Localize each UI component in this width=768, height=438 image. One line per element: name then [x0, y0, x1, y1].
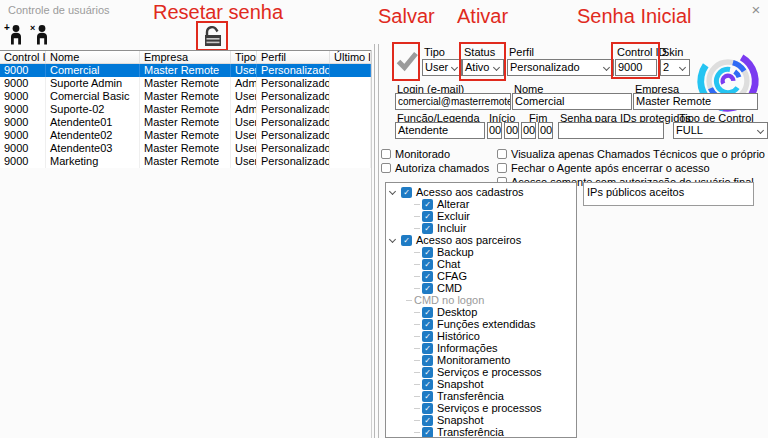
divider: [371, 50, 372, 438]
tree-item[interactable]: ✓Desktop: [386, 305, 576, 317]
monitorado-checkbox[interactable]: [381, 149, 391, 159]
tree-connector: [414, 372, 420, 373]
empresa-input[interactable]: Master Remote: [633, 93, 758, 110]
tree-item[interactable]: ✓Funções extendidas: [386, 317, 576, 329]
table-row[interactable]: 9000 Atendente01 Master Remote User Pers…: [0, 116, 371, 129]
senha-ids-input[interactable]: [558, 122, 664, 139]
close-icon[interactable]: ×: [748, 2, 764, 18]
column-header-perfil[interactable]: Perfil: [257, 51, 330, 63]
monitorado-checkbox-label: Monitorado: [395, 148, 450, 160]
checkbox-checked-icon[interactable]: ✓: [422, 271, 433, 282]
tree-item[interactable]: ✓Alterar: [386, 197, 576, 209]
ips-aceitos-label: IPs públicos aceitos: [587, 186, 684, 198]
annotation-senha-inicial: Senha Inicial: [577, 5, 692, 28]
tree-item[interactable]: ✓Histórico: [386, 329, 576, 341]
checkbox-checked-icon[interactable]: ✓: [422, 391, 433, 402]
svg-text:×: ×: [30, 23, 35, 33]
visualiza-chamados-checkbox-label: Visualiza apenas Chamados Técnicos que o…: [511, 148, 768, 160]
tipo-control-select[interactable]: FULL: [673, 122, 768, 139]
tree-item[interactable]: ✓Transferência: [386, 389, 576, 401]
checkbox-checked-icon[interactable]: ✓: [422, 211, 433, 222]
nome-input[interactable]: Comercial: [512, 93, 632, 110]
annotation-resetar-senha: Resetar senha: [153, 1, 283, 24]
add-user-icon[interactable]: +: [4, 23, 24, 47]
permissions-tree[interactable]: ✓Acesso aos cadastros✓Alterar✓Excluir✓In…: [385, 182, 577, 438]
perfil-select[interactable]: Personalizado: [507, 59, 614, 76]
tree-item[interactable]: ✓Incluir: [386, 221, 576, 233]
table-row[interactable]: 9000 Atendente02 Master Remote User Pers…: [0, 129, 371, 142]
tree-item[interactable]: ✓Serviços e processos: [386, 401, 576, 413]
checkbox-checked-icon[interactable]: ✓: [422, 427, 433, 438]
tree-item[interactable]: ✓Informações: [386, 341, 576, 353]
checkbox-checked-icon[interactable]: ✓: [422, 283, 433, 294]
tree-item[interactable]: ✓Excluir: [386, 209, 576, 221]
expand-arrow-icon[interactable]: [389, 188, 396, 195]
tree-item[interactable]: ✓Snapshot: [386, 413, 576, 425]
autoriza-chamados-checkbox[interactable]: [381, 163, 391, 173]
tree-item[interactable]: ✓Snapshot: [386, 377, 576, 389]
checkbox-checked-icon[interactable]: ✓: [422, 199, 433, 210]
divider[interactable]: [374, 44, 375, 438]
tree-item[interactable]: ✓Monitoramento: [386, 353, 576, 365]
checkbox-checked-icon[interactable]: ✓: [422, 331, 433, 342]
tree-connector: [414, 324, 420, 325]
table-row[interactable]: 9000 Suporte Admin Master Remote Admin P…: [0, 77, 371, 90]
tree-connector: [414, 288, 420, 289]
checkbox-checked-icon[interactable]: ✓: [422, 379, 433, 390]
chevron-down-icon: [679, 64, 686, 71]
fechar-agente-checkbox[interactable]: [497, 163, 507, 173]
checkbox-checked-icon[interactable]: ✓: [422, 415, 433, 426]
ips-aceitos-box[interactable]: IPs públicos aceitos: [583, 182, 754, 206]
tree-item[interactable]: ✓Serviços e processos: [386, 365, 576, 377]
column-header-ultimo-login[interactable]: Último login: [330, 51, 371, 63]
table-row[interactable]: 9000 Suporte-02 Master Remote Admin Pers…: [0, 103, 371, 116]
visualiza-chamados-checkbox[interactable]: [497, 149, 507, 159]
tree-item[interactable]: ✓Acesso aos parceiros: [386, 233, 576, 245]
skin-select[interactable]: 2: [660, 59, 690, 76]
table-row[interactable]: 9000 Marketing Master Remote User Person…: [0, 155, 371, 168]
fim-hour-input[interactable]: 00: [521, 122, 536, 139]
column-header-tipo[interactable]: Tipo: [231, 51, 257, 63]
tree-item[interactable]: ✓CFAG: [386, 269, 576, 281]
login-input[interactable]: comercial@masterremote.com: [395, 93, 511, 110]
fim-minute-input[interactable]: 00: [538, 122, 553, 139]
tree-connector: [414, 336, 420, 337]
checkbox-checked-icon[interactable]: ✓: [401, 187, 412, 198]
tree-connector: [414, 204, 420, 205]
table-row[interactable]: 9000 Comercial Basic Master Remote User …: [0, 90, 371, 103]
checkbox-checked-icon[interactable]: ✓: [422, 259, 433, 270]
perfil-label: Perfil: [509, 46, 534, 58]
inicio-hour-input[interactable]: 00: [487, 122, 502, 139]
checkbox-checked-icon[interactable]: ✓: [422, 403, 433, 414]
expand-arrow-icon[interactable]: [389, 236, 396, 243]
funcao-input[interactable]: Atendente: [395, 122, 485, 139]
column-header-control-id[interactable]: Control ID: [0, 51, 46, 63]
checkbox-checked-icon[interactable]: ✓: [422, 343, 433, 354]
tree-item[interactable]: ✓Chat: [386, 257, 576, 269]
tipo-select[interactable]: User: [422, 59, 462, 76]
table-header: Control ID Nome Empresa Tipo Perfil Últi…: [0, 50, 371, 64]
tree-item[interactable]: ✓Acesso aos cadastros: [386, 185, 576, 197]
tree-item[interactable]: ✓CMD: [386, 281, 576, 293]
tree-connector: [414, 420, 420, 421]
checkbox-checked-icon[interactable]: ✓: [422, 223, 433, 234]
table-row[interactable]: 9000 Comercial Master Remote User Person…: [0, 64, 371, 77]
table-row[interactable]: 9000 Atendente03 Master Remote User Pers…: [0, 142, 371, 155]
tree-item[interactable]: ✓Backup: [386, 245, 576, 257]
skin-label: Skin: [662, 46, 683, 58]
fechar-agente-checkbox-label: Fechar o Agente após encerrar o acesso: [511, 162, 710, 174]
column-header-nome[interactable]: Nome: [46, 51, 140, 63]
tree-connector: [414, 264, 420, 265]
checkbox-checked-icon[interactable]: ✓: [422, 319, 433, 330]
checkbox-checked-icon[interactable]: ✓: [422, 367, 433, 378]
tree-connector: [414, 312, 420, 313]
tree-item[interactable]: CMD no logon: [386, 293, 576, 305]
tree-item[interactable]: ✓Transferência: [386, 425, 576, 437]
column-header-empresa[interactable]: Empresa: [140, 51, 231, 63]
checkbox-checked-icon[interactable]: ✓: [401, 235, 412, 246]
remove-user-icon[interactable]: ×: [30, 23, 50, 47]
checkbox-checked-icon[interactable]: ✓: [422, 355, 433, 366]
checkbox-checked-icon[interactable]: ✓: [422, 307, 433, 318]
inicio-minute-input[interactable]: 00: [504, 122, 519, 139]
checkbox-checked-icon[interactable]: ✓: [422, 247, 433, 258]
